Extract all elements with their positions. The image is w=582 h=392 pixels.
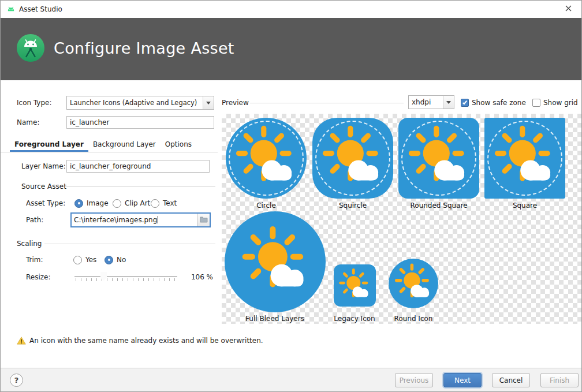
tile-label: Round Icon (394, 315, 433, 323)
separator (250, 103, 404, 103)
dialog-header: Configure Image Asset (1, 18, 581, 80)
name-label: Name: (17, 116, 39, 129)
radio-trim-no[interactable]: No (105, 253, 126, 266)
tile-label: Rounded Square (398, 201, 479, 210)
separator (44, 244, 215, 244)
help-button[interactable]: ? (10, 374, 23, 387)
adaptive-icon-squircle (312, 118, 393, 199)
tab-options[interactable]: Options (161, 137, 196, 152)
android-head-icon (6, 5, 16, 16)
close-button[interactable] (555, 1, 581, 18)
trim-label: Trim: (26, 253, 43, 266)
round-icon (389, 259, 438, 308)
chevron-down-icon (443, 96, 454, 109)
safe-zone-outline (229, 121, 304, 196)
layer-tabs: Foreground Layer Background Layer Option… (1, 137, 218, 152)
scaling-section-label: Scaling (17, 237, 42, 250)
icon-type-select[interactable]: Launcher Icons (Adaptive and Legacy) (66, 96, 214, 110)
full-bleed-icon (225, 211, 326, 312)
radio-label: Yes (85, 256, 96, 264)
tile-label: Square (484, 201, 565, 210)
icon-type-value: Launcher Icons (Adaptive and Legacy) (67, 99, 203, 107)
sun-cloud-icon (334, 264, 376, 307)
page-title: Configure Image Asset (54, 39, 234, 57)
layer-name-label: Layer Name: (21, 160, 66, 173)
radio-trim-yes[interactable]: Yes (73, 253, 96, 266)
android-studio-logo-icon (16, 33, 46, 65)
finish-button[interactable]: Finish (540, 373, 579, 387)
title-bar: Asset Studio (1, 1, 581, 18)
radio-asset-type-text[interactable]: Text (151, 197, 177, 210)
radio-label: Clip Art (125, 199, 150, 207)
warning-message: An icon with the same name already exist… (29, 334, 263, 347)
slider-ticks (76, 278, 177, 281)
previous-button[interactable]: Previous (395, 373, 433, 387)
browse-button[interactable] (197, 214, 210, 226)
checkmark-icon (462, 100, 467, 105)
tile-label: Full Bleed Layers (245, 315, 304, 323)
name-input[interactable] (66, 116, 214, 129)
warning-icon (17, 337, 26, 346)
show-grid-checkbox[interactable] (532, 99, 540, 107)
icon-type-label: Icon Type: (17, 96, 52, 109)
density-value: xhdpi (409, 98, 443, 106)
close-icon (565, 5, 572, 13)
adaptive-icon-rounded-square (398, 118, 479, 199)
path-label: Path: (26, 214, 43, 226)
show-grid-label: Show grid (543, 96, 578, 109)
legacy-icon (334, 264, 376, 307)
radio-asset-type-clip-art[interactable]: Clip Art (113, 197, 150, 210)
show-safe-zone-checkbox[interactable] (461, 99, 469, 107)
layer-name-input[interactable] (66, 160, 210, 173)
resize-value: 106 % (183, 271, 213, 283)
radio-asset-type-image[interactable]: Image (74, 197, 109, 210)
path-field: C:\interface\images.png (70, 212, 211, 227)
sun-cloud-icon (231, 218, 320, 307)
radio-unselected-icon (73, 256, 82, 264)
radio-label: No (117, 256, 126, 264)
slider-track[interactable] (74, 276, 177, 277)
radio-selected-icon (74, 199, 83, 208)
chevron-down-icon (203, 96, 214, 109)
radio-label: Text (163, 199, 177, 207)
radio-selected-icon (105, 256, 113, 264)
density-select[interactable]: xhdpi (408, 95, 454, 109)
tile-label: Legacy Icon (334, 315, 375, 323)
radio-label: Image (87, 199, 109, 207)
asset-type-label: Asset Type: (26, 197, 65, 210)
cancel-button[interactable]: Cancel (492, 373, 530, 387)
window-title: Asset Studio (19, 1, 62, 18)
path-input[interactable]: C:\interface\images.png (72, 214, 197, 226)
radio-unselected-icon (113, 199, 121, 208)
preview-canvas: Circle Squircle Rounded Square Square (222, 114, 582, 324)
resize-slider[interactable] (74, 271, 177, 283)
sun-cloud-icon (389, 259, 438, 308)
text-caret (158, 216, 158, 223)
safe-zone-outline (401, 121, 476, 196)
preview-tile-square: Square (484, 118, 565, 210)
separator (65, 186, 215, 187)
preview-tile-circle: Circle (226, 118, 307, 210)
tile-label: Circle (226, 201, 307, 210)
preview-tile-rounded-square: Rounded Square (398, 118, 479, 210)
next-button[interactable]: Next (443, 373, 482, 387)
show-safe-zone-label: Show safe zone (472, 96, 526, 109)
preview-label: Preview (222, 96, 249, 109)
radio-unselected-icon (151, 199, 159, 208)
resize-label: Resize: (26, 271, 51, 283)
folder-icon (200, 216, 208, 225)
safe-zone-outline (487, 121, 562, 196)
question-mark-icon: ? (14, 376, 19, 384)
tab-foreground-layer[interactable]: Foreground Layer (10, 137, 88, 152)
adaptive-icon-square (484, 118, 565, 199)
source-asset-section-label: Source Asset (21, 180, 66, 193)
safe-zone-outline (315, 121, 390, 196)
preview-tile-squircle: Squircle (312, 118, 393, 210)
tab-background-layer[interactable]: Background Layer (88, 137, 161, 152)
tile-label: Squircle (312, 201, 393, 210)
adaptive-icon-circle (226, 118, 307, 199)
asset-studio-dialog: Asset Studio Config (0, 0, 582, 392)
